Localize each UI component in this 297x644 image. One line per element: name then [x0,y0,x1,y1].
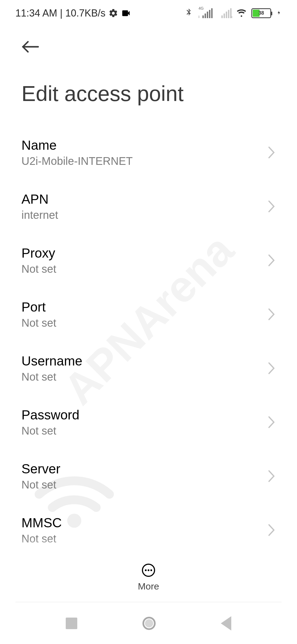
statusbar-left: 11:34 AM | 10.7KB/s [15,7,131,19]
data-arrows-icon: ↕ [198,14,200,19]
chevron-right-icon [267,469,276,483]
setting-label: Port [21,299,56,315]
setting-value: Not set [21,317,56,329]
setting-apn[interactable]: APN internet [0,179,297,233]
page-title: Edit access point [0,56,297,125]
setting-value: Not set [21,263,56,275]
back-arrow-icon [21,40,40,54]
no-sim-x-icon: × [230,15,233,19]
setting-server[interactable]: Server Not set [0,449,297,503]
wifi-icon [237,8,246,19]
appbar [0,26,297,56]
setting-label: Server [21,461,60,476]
setting-label: APN [21,192,58,207]
setting-value: U2i-Mobile-INTERNET [21,155,133,167]
android-navbar [0,603,297,644]
nav-back-button[interactable] [221,616,231,631]
svg-point-5 [150,569,152,571]
more-label: More [138,581,159,592]
setting-value: internet [21,209,58,221]
statusbar-netspeed: 10.7KB/s [65,7,105,19]
setting-name[interactable]: Name U2i-Mobile-INTERNET [0,125,297,179]
chevron-right-icon [267,361,276,375]
chevron-right-icon [267,307,276,321]
statusbar-separator: | [60,7,62,19]
chevron-right-icon [267,200,276,213]
setting-label: Password [21,407,79,422]
chevron-right-icon [267,415,276,429]
statusbar-time: 11:34 AM [15,7,57,19]
charging-bolt-icon [276,8,282,19]
setting-port[interactable]: Port Not set [0,287,297,341]
svg-point-3 [145,569,147,571]
svg-point-4 [148,569,149,571]
network-gen-label: 4G [199,6,204,10]
setting-value: Not set [21,425,79,437]
nav-home-button[interactable] [142,617,156,630]
setting-proxy[interactable]: Proxy Not set [0,233,297,287]
setting-value: Not set [21,479,60,491]
battery-icon: 38 [251,8,271,18]
gear-icon [108,8,118,18]
more-button[interactable]: More [138,563,159,592]
statusbar: 11:34 AM | 10.7KB/s 4G ↕ × 38 [0,0,297,26]
more-icon [141,563,156,578]
nav-recents-button[interactable] [66,618,77,629]
battery-percent: 38 [252,9,270,17]
setting-value: Not set [21,533,62,545]
statusbar-right: 4G ↕ × 38 [184,8,282,19]
chevron-right-icon [267,253,276,267]
signal-secondary: × [218,8,232,18]
setting-password[interactable]: Password Not set [0,395,297,449]
setting-label: Username [21,353,82,369]
signal-primary: 4G ↕ [199,8,213,18]
setting-username[interactable]: Username Not set [0,341,297,395]
setting-value: Not set [21,371,82,383]
video-camera-icon [121,8,131,18]
chevron-right-icon [267,146,276,159]
settings-list: Name U2i-Mobile-INTERNET APN internet Pr… [0,125,297,611]
setting-label: MMSC [21,515,62,530]
setting-mmsc[interactable]: MMSC Not set [0,503,297,557]
back-button[interactable] [21,37,41,56]
chevron-right-icon [267,523,276,537]
setting-label: Proxy [21,245,56,261]
setting-label: Name [21,138,133,153]
bluetooth-icon [184,8,194,19]
action-bar: More [0,555,297,600]
